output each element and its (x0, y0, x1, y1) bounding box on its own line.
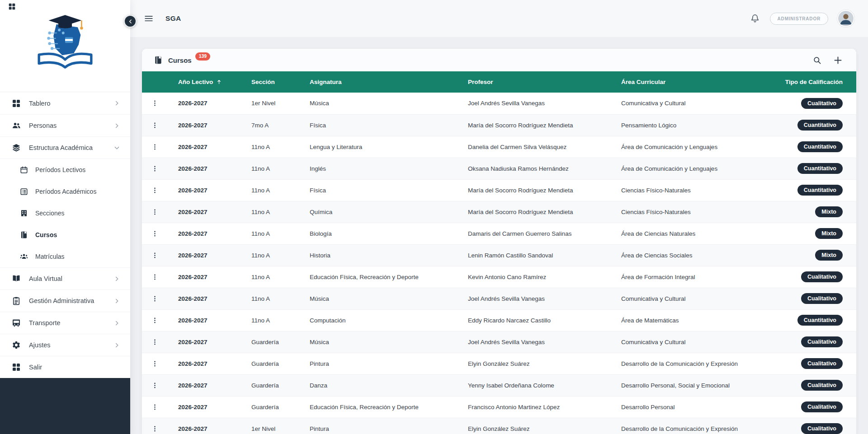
row-kebab-icon[interactable] (149, 163, 160, 174)
column-header-profesor[interactable]: Profesor (457, 71, 610, 93)
row-kebab-icon[interactable] (149, 228, 160, 239)
cell-ano-lectivo: 2026-2027 (167, 396, 241, 418)
cell-ano-lectivo: 2026-2027 (167, 179, 241, 201)
role-badge[interactable]: ADMINISTRADOR (770, 13, 828, 25)
notifications-bell-icon[interactable] (750, 14, 760, 23)
table-row[interactable]: 2026-202711no ABiologíaDamaris del Carme… (142, 223, 856, 244)
cell-profesor: Joel Andrés Sevilla Vanegas (457, 331, 610, 353)
sidebar-item-label: Ajustes (29, 341, 113, 349)
column-header-tipo-de-calificacion[interactable]: Tipo de Calificación (769, 71, 856, 93)
row-kebab-icon[interactable] (149, 206, 160, 217)
cell-tipo-calificacion: Cualitativo (769, 396, 856, 418)
row-kebab-icon[interactable] (149, 423, 160, 434)
cell-tipo-calificacion: Cuantitativo (769, 179, 856, 201)
table-row[interactable]: 2026-20271er NivelMúsicaJoel Andrés Sevi… (142, 93, 856, 114)
sidebar-item-ajustes[interactable]: Ajustes (0, 334, 130, 356)
table-row[interactable]: 2026-2027GuarderíaPinturaElyin González … (142, 353, 856, 374)
row-kebab-icon[interactable] (149, 98, 160, 109)
cell-seccion: 11no A (241, 288, 299, 309)
sidebar-collapse-button[interactable] (124, 15, 137, 28)
table-row[interactable]: 2026-202711no ALengua y LiteraturaDaneli… (142, 136, 856, 158)
row-kebab-icon[interactable] (149, 380, 160, 391)
table-row[interactable]: 2026-202711no AMúsicaJoel Andrés Sevilla… (142, 288, 856, 309)
search-icon[interactable] (813, 56, 821, 65)
table-row[interactable]: 2026-2027GuarderíaDanzaYenny Isabel Orde… (142, 374, 856, 396)
column-header-label: Año Lectivo (178, 79, 213, 85)
sidebar-item-salir[interactable]: Salir (0, 356, 130, 378)
sidebar-item-aula-virtual[interactable]: Aula Virtual (0, 267, 130, 289)
column-header-asignatura[interactable]: Asignatura (299, 71, 457, 93)
sidebar-item-periodos-academicos[interactable]: Períodos Académicos (0, 181, 130, 202)
row-kebab-icon[interactable] (149, 315, 160, 326)
row-kebab-icon[interactable] (149, 120, 160, 131)
add-course-icon[interactable] (833, 56, 843, 65)
table-row[interactable]: 2026-2027GuarderíaEducación Física, Recr… (142, 396, 856, 418)
clipboard-icon (12, 296, 21, 305)
hamburger-menu-icon[interactable] (144, 14, 154, 23)
table-row[interactable]: 2026-202711no AQuímicaMaría del Socorro … (142, 201, 856, 223)
cell-asignatura: Inglés (299, 158, 457, 179)
table-row[interactable]: 2026-202711no AHistoriaLenin Ramón Casti… (142, 244, 856, 266)
cell-tipo-calificacion: Cuantitativo (769, 114, 856, 136)
row-kebab-icon[interactable] (149, 250, 160, 261)
sidebar-item-cursos[interactable]: Cursos (0, 224, 130, 246)
row-kebab-icon[interactable] (149, 358, 160, 369)
column-header-ano-lectivo[interactable]: Año Lectivo (167, 71, 241, 93)
cell-area-curricular: Desarrollo de la Comunicación y Expresió… (610, 353, 769, 374)
cell-tipo-calificacion: Cualitativo (769, 418, 856, 434)
column-header-label: Tipo de Calificación (785, 79, 843, 85)
cell-seccion: 11no A (241, 179, 299, 201)
user-avatar[interactable] (838, 11, 854, 26)
cell-profesor: Lenin Ramón Castillo Sandoval (457, 244, 610, 266)
cell-seccion: Guardería (241, 331, 299, 353)
row-kebab-icon[interactable] (149, 293, 160, 304)
cell-ano-lectivo: 2026-2027 (167, 244, 241, 266)
column-header-seccion[interactable]: Sección (241, 71, 299, 93)
table-row[interactable]: 2026-20271er NivelPinturaElyin González … (142, 418, 856, 434)
table-row[interactable]: 2026-20277mo AFísicaMaría del Socorro Ro… (142, 114, 856, 136)
sidebar-item-matriculas[interactable]: Matrículas (0, 246, 130, 267)
cell-tipo-calificacion: Cualitativo (769, 93, 856, 114)
cell-profesor: Damaris del Carmen Guerrero Salinas (457, 223, 610, 244)
chevron-right-icon (113, 275, 120, 282)
app-title: SGA (165, 14, 181, 23)
sidebar-item-secciones[interactable]: Secciones (0, 202, 130, 224)
row-kebab-icon[interactable] (149, 141, 160, 152)
cell-seccion: 11no A (241, 136, 299, 158)
table-row[interactable]: 2026-202711no AEducación Física, Recreac… (142, 266, 856, 288)
row-actions-cell (142, 223, 167, 244)
sidebar-item-personas[interactable]: Personas (0, 114, 130, 136)
table-row[interactable]: 2026-202711no AInglésOksana Nadiuska Ram… (142, 158, 856, 179)
sidebar-item-tablero[interactable]: Tablero (0, 92, 130, 114)
cell-area-curricular: Área de Comunicación y Lenguajes (610, 158, 769, 179)
row-kebab-icon[interactable] (149, 271, 160, 282)
layers-icon (12, 143, 21, 152)
table-row[interactable]: 2026-202711no AComputaciónEddy Ricardo N… (142, 309, 856, 331)
column-header-area-curricular[interactable]: Área Curricular (610, 71, 769, 93)
row-kebab-icon[interactable] (149, 185, 160, 196)
row-actions-cell (142, 158, 167, 179)
column-header-label: Sección (251, 79, 275, 85)
cell-ano-lectivo: 2026-2027 (167, 309, 241, 331)
sidebar-item-gestion-administrativa[interactable]: Gestión Administrativa (0, 289, 130, 312)
cell-asignatura: Pintura (299, 353, 457, 374)
cell-area-curricular: Desarrollo Personal (610, 396, 769, 418)
row-kebab-icon[interactable] (149, 401, 160, 412)
main-content: Cursos 139 Año LectivoSecciónAsignaturaP… (130, 37, 868, 434)
cell-area-curricular: Área de Comunicación y Lenguajes (610, 136, 769, 158)
table-row[interactable]: 2026-202711no AFísicaMaría del Socorro R… (142, 179, 856, 201)
cell-ano-lectivo: 2026-2027 (167, 114, 241, 136)
cell-tipo-calificacion: Mixto (769, 244, 856, 266)
tipo-calificacion-badge: Cuantitativo (797, 120, 843, 131)
tipo-calificacion-badge: Cuantitativo (797, 141, 843, 153)
sidebar-item-periodos-lectivos[interactable]: Períodos Lectivos (0, 159, 130, 181)
table-row[interactable]: 2026-2027GuarderíaMúsicaJoel Andrés Sevi… (142, 331, 856, 353)
cell-seccion: 11no A (241, 158, 299, 179)
sidebar-item-transporte[interactable]: Transporte (0, 312, 130, 334)
cell-seccion: 11no A (241, 266, 299, 288)
sidebar-item-label: Tablero (29, 100, 113, 107)
sidebar-item-estructura-academica[interactable]: Estructura Académica (0, 136, 130, 159)
cell-asignatura: Historia (299, 244, 457, 266)
row-kebab-icon[interactable] (149, 336, 160, 347)
people-icon (12, 121, 21, 130)
